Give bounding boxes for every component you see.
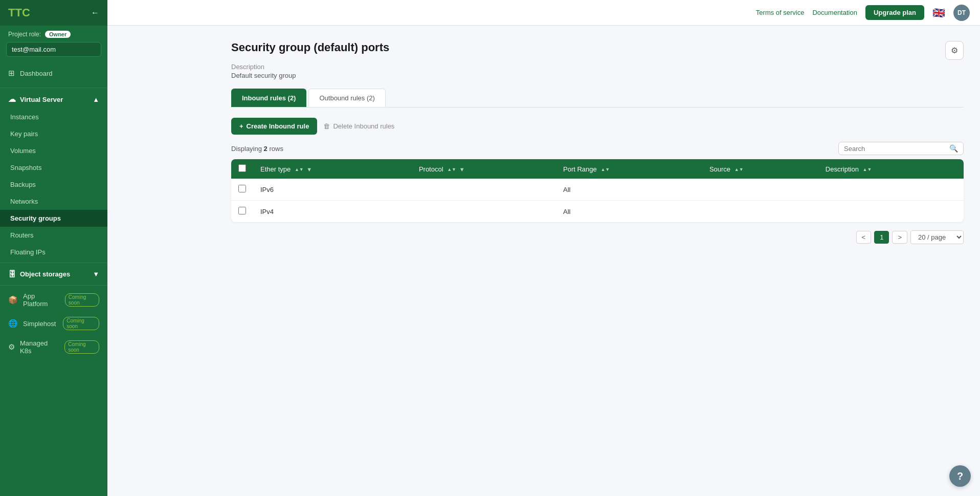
logo: TTC [8, 6, 30, 19]
page-title-area: Security group (default) ports [231, 41, 389, 54]
sidebar-divider-2 [0, 263, 107, 263]
protocol-sort-icon[interactable]: ▲▼ [447, 167, 456, 172]
sidebar-item-routers-label: Routers [10, 231, 34, 239]
row-1-description [818, 179, 964, 201]
delete-inbound-rules-button[interactable]: 🗑 Delete Inbound rules [323, 122, 394, 130]
port-range-sort-icon[interactable]: ▲▼ [600, 167, 610, 172]
sidebar-group-object-storages[interactable]: 🗄 Object storages ▼ [0, 265, 107, 283]
ether-type-sort-icon[interactable]: ▲▼ [295, 167, 304, 172]
sidebar-item-backups[interactable]: Backups [0, 176, 107, 193]
sidebar-item-instances[interactable]: Instances [0, 109, 107, 125]
project-role-label: Project role: [8, 31, 41, 38]
sidebar-item-key-pairs[interactable]: Key pairs [0, 125, 107, 142]
simplehost-badge: Coming soon [63, 317, 99, 330]
avatar[interactable]: DT [953, 5, 970, 21]
next-page-button[interactable]: > [892, 231, 907, 244]
table-row: IPv6 All [231, 179, 964, 201]
prev-page-button[interactable]: < [856, 231, 872, 244]
sidebar-item-simplehost[interactable]: 🌐 Simplehost Coming soon [0, 312, 107, 335]
sidebar-item-networks-label: Networks [10, 198, 38, 205]
sidebar-item-routers[interactable]: Routers [0, 227, 107, 244]
col-description: Description ▲▼ [818, 159, 964, 179]
toolbar: + Create Inbound rule 🗑 Delete Inbound r… [231, 118, 964, 135]
cloud-icon: ☁ [8, 95, 16, 104]
col-ether-type: Ether type ▲▼ ▼ [253, 159, 412, 179]
sidebar-divider-3 [0, 285, 107, 286]
description-value: Default security group [231, 72, 964, 79]
sidebar-item-dashboard[interactable]: ⊞ Dashboard [0, 64, 107, 82]
k8s-badge: Coming soon [64, 340, 99, 354]
storage-icon: 🗄 [8, 270, 16, 278]
col-source: Source ▲▼ [702, 159, 818, 179]
select-all-checkbox[interactable] [238, 164, 246, 172]
select-all-col [231, 159, 253, 179]
language-flag[interactable]: 🇬🇧 [932, 7, 945, 19]
search-input[interactable] [844, 145, 946, 153]
current-page-button[interactable]: 1 [874, 231, 889, 244]
per-page-selector[interactable]: 20 / page 50 / page 100 / page [910, 230, 964, 244]
search-box: 🔍 [838, 142, 964, 155]
main-content: Security group (default) ports ⚙ Descrip… [215, 26, 980, 496]
sidebar-item-volumes[interactable]: Volumes [0, 142, 107, 159]
page-title: Security group (default) ports [231, 41, 389, 54]
row-2-source [702, 201, 818, 223]
app-platform-badge: Coming soon [65, 293, 99, 307]
description-sort-icon[interactable]: ▲▼ [863, 167, 872, 172]
tab-inbound-rules[interactable]: Inbound rules (2) [231, 89, 306, 107]
sidebar-item-snapshots-label: Snapshots [10, 164, 41, 171]
sidebar-item-floating-ips[interactable]: Floating IPs [0, 244, 107, 261]
row-2-ether-type: IPv4 [253, 201, 412, 223]
sidebar-sub-virtual-server: Instances Key pairs Volumes Snapshots Ba… [0, 109, 107, 261]
sidebar-item-networks[interactable]: Networks [0, 193, 107, 210]
page-header: Security group (default) ports ⚙ [231, 41, 964, 60]
app-platform-icon: 📦 [8, 295, 18, 305]
row-2-description [818, 201, 964, 223]
terms-link[interactable]: Terms of service [756, 9, 805, 16]
sidebar-item-snapshots[interactable]: Snapshots [0, 159, 107, 176]
sidebar-item-security-groups[interactable]: Security groups [0, 210, 107, 227]
table-row: IPv4 All [231, 201, 964, 223]
settings-icon: ⚙ [951, 46, 958, 55]
upgrade-button[interactable]: Upgrade plan [865, 5, 924, 20]
sidebar-item-app-platform[interactable]: 📦 App Platform Coming soon [0, 288, 107, 312]
row-1-protocol [412, 179, 556, 201]
row-1-port-range: All [556, 179, 702, 201]
settings-button[interactable]: ⚙ [945, 41, 964, 60]
dashboard-icon: ⊞ [8, 69, 15, 78]
simplehost-icon: 🌐 [8, 319, 18, 328]
sidebar-group-virtual-server[interactable]: ☁ Virtual Server ▲ [0, 90, 107, 109]
col-port-range: Port Range ▲▼ [556, 159, 702, 179]
topbar: Terms of service Documentation Upgrade p… [107, 0, 980, 26]
help-button[interactable]: ? [949, 465, 971, 487]
sidebar-item-backups-label: Backups [10, 181, 36, 188]
plus-icon: + [239, 122, 243, 130]
collapse-sidebar-button[interactable]: ← [91, 8, 99, 17]
tab-outbound-rules[interactable]: Outbound rules (2) [308, 89, 385, 107]
pagination: < 1 > 20 / page 50 / page 100 / page [231, 230, 964, 244]
project-selector[interactable]: test@mail.com [6, 42, 101, 57]
project-role-area: Project role: Owner [0, 26, 107, 40]
source-sort-icon[interactable]: ▲▼ [734, 167, 744, 172]
row-2-checkbox[interactable] [238, 207, 246, 214]
sidebar-item-volumes-label: Volumes [10, 147, 36, 155]
description-label: Description [231, 63, 964, 71]
displaying-text: Displaying 2 rows [231, 145, 283, 153]
tabs: Inbound rules (2) Outbound rules (2) [231, 89, 964, 107]
ether-type-filter-icon[interactable]: ▼ [306, 166, 312, 172]
row-1-checkbox-col [231, 179, 253, 201]
row-1-checkbox[interactable] [238, 185, 246, 192]
docs-link[interactable]: Documentation [812, 9, 857, 16]
sidebar-dashboard-section: ⊞ Dashboard [0, 61, 107, 85]
role-badge: Owner [45, 31, 71, 38]
chevron-down-icon: ▼ [93, 270, 99, 278]
table-header-row: Ether type ▲▼ ▼ Protocol ▲▼ ▼ Port Range… [231, 159, 964, 179]
table-meta: Displaying 2 rows 🔍 [231, 142, 964, 155]
trash-icon: 🗑 [323, 122, 330, 130]
sidebar-logo-area: TTC ← [0, 0, 107, 26]
protocol-filter-icon[interactable]: ▼ [459, 166, 465, 172]
create-inbound-rule-button[interactable]: + Create Inbound rule [231, 118, 317, 135]
row-2-port-range: All [556, 201, 702, 223]
sidebar-item-managed-k8s[interactable]: ⚙ Managed K8s Coming soon [0, 335, 107, 359]
sidebar-item-security-groups-label: Security groups [10, 214, 61, 222]
row-1-source [702, 179, 818, 201]
